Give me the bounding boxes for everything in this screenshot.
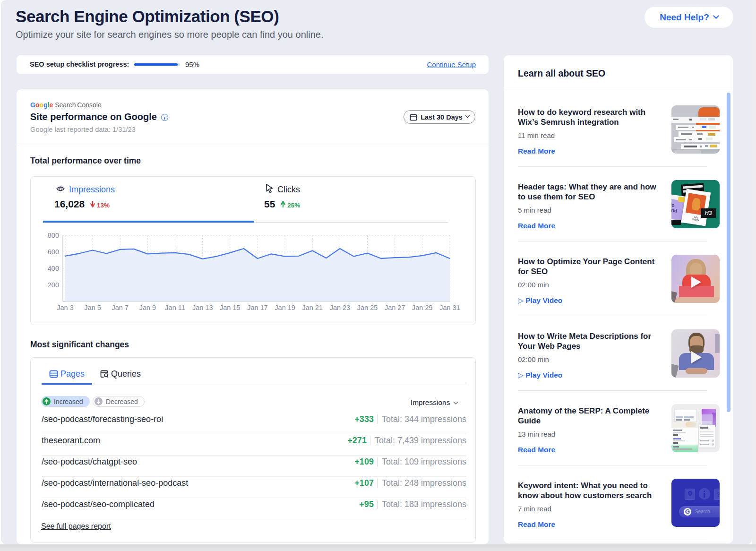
- svg-text:600: 600: [48, 248, 59, 256]
- svg-text:Jan 17: Jan 17: [247, 304, 268, 311]
- svg-text:800: 800: [48, 232, 59, 239]
- svg-text:Jan 3: Jan 3: [57, 304, 73, 311]
- svg-text:Jan 21: Jan 21: [302, 304, 323, 311]
- svg-text:Jan 23: Jan 23: [330, 304, 351, 311]
- svg-text:Jan 29: Jan 29: [412, 304, 433, 311]
- svg-text:Jan 19: Jan 19: [275, 304, 295, 311]
- svg-text:Jan 15: Jan 15: [220, 304, 241, 311]
- svg-text:Jan 13: Jan 13: [192, 304, 213, 311]
- svg-text:400: 400: [48, 265, 59, 272]
- svg-text:Jan 5: Jan 5: [84, 304, 101, 311]
- svg-text:200: 200: [48, 281, 59, 289]
- svg-text:Jan 11: Jan 11: [165, 304, 185, 311]
- svg-text:Jan 31: Jan 31: [439, 304, 460, 311]
- svg-text:Jan 7: Jan 7: [112, 304, 129, 311]
- svg-text:Jan 25: Jan 25: [357, 304, 378, 311]
- svg-text:Jan 9: Jan 9: [139, 304, 156, 311]
- svg-text:Jan 27: Jan 27: [385, 304, 405, 311]
